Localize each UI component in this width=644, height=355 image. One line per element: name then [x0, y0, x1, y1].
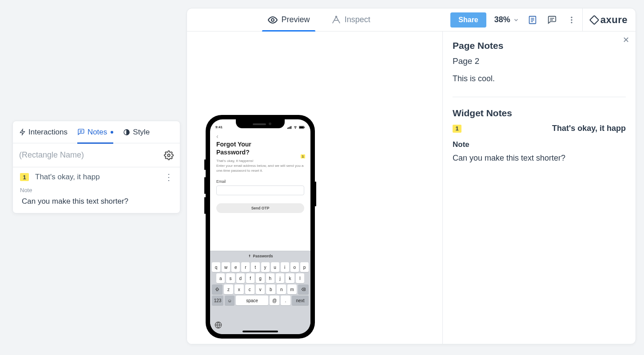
home-indicator	[242, 331, 278, 332]
numbers-key[interactable]: 123	[212, 296, 223, 305]
key-i[interactable]: i	[281, 262, 289, 272]
comments-icon[interactable]	[547, 15, 557, 25]
topbar-icon-group	[527, 15, 577, 25]
key-y[interactable]: y	[261, 262, 270, 272]
top-toolbar: Preview Inspect Share 38%	[187, 8, 636, 32]
key-j[interactable]: j	[276, 273, 284, 283]
key-k[interactable]: k	[286, 273, 294, 283]
space-key[interactable]: space	[236, 296, 268, 305]
tab-interactions[interactable]: Interactions	[19, 121, 68, 143]
key-h[interactable]: h	[266, 273, 274, 283]
note-badge: 1	[20, 173, 29, 181]
key-p[interactable]: p	[300, 262, 309, 272]
gear-icon[interactable]	[164, 150, 174, 160]
tab-notes[interactable]: Notes	[77, 121, 113, 143]
key-f[interactable]: f	[246, 273, 254, 283]
keyboard-row-1: qwertyuiop	[210, 262, 310, 272]
svg-point-9	[571, 19, 572, 20]
phone-volume-down	[204, 197, 206, 214]
lightning-icon	[19, 128, 26, 136]
tab-inspect-label: Inspect	[345, 15, 370, 24]
backspace-key[interactable]	[298, 284, 309, 294]
page-notes-icon[interactable]	[527, 15, 538, 25]
svg-rect-18	[304, 127, 305, 128]
axure-cloud-viewer: Preview Inspect Share 38%	[187, 8, 636, 344]
widget-name-input[interactable]	[19, 150, 164, 160]
svg-rect-14	[291, 126, 292, 129]
note-item-menu-icon[interactable]: ⋮	[164, 176, 173, 178]
tab-preview[interactable]: Preview	[267, 8, 310, 32]
widget-badge: 1	[453, 125, 461, 133]
annotation-badge[interactable]: 1	[301, 154, 305, 158]
svg-point-0	[271, 19, 274, 21]
key-r[interactable]: r	[241, 262, 250, 272]
key-t[interactable]: t	[251, 262, 259, 272]
key-b[interactable]: b	[266, 284, 275, 294]
widget-note-header[interactable]: 1 That's okay, it happ	[453, 124, 626, 133]
axure-logo-mark	[589, 15, 599, 25]
logo-slot: axure	[582, 8, 636, 32]
zoom-dropdown[interactable]: 38%	[494, 15, 519, 24]
key-o[interactable]: o	[290, 262, 299, 272]
emoji-key[interactable]: ☺	[225, 296, 235, 305]
key-m[interactable]: m	[287, 284, 297, 294]
screen-description: 1 That's okay, it happens! Enter your em…	[216, 159, 304, 173]
prototype-canvas[interactable]: 9:41 ‹ Forgot Your Password?	[187, 32, 442, 344]
battery-icon	[299, 126, 305, 129]
tab-inspect[interactable]: Inspect	[331, 8, 370, 32]
compass-icon	[331, 15, 341, 25]
key-c[interactable]: c	[245, 284, 254, 294]
axure-logo[interactable]: axure	[591, 14, 628, 26]
shift-key[interactable]	[212, 284, 223, 294]
key-w[interactable]: w	[222, 262, 230, 272]
svg-rect-17	[299, 126, 304, 128]
key-v[interactable]: v	[256, 284, 265, 294]
dot-key[interactable]: .	[281, 296, 290, 305]
note-label: Note	[453, 140, 626, 149]
note-kind-label: Note	[20, 187, 173, 193]
note-item-text[interactable]: Can you make this text shorter?	[20, 197, 173, 206]
widget-notes-heading: Widget Notes	[453, 108, 626, 118]
key-a[interactable]: a	[216, 273, 225, 283]
key-s[interactable]: s	[226, 273, 235, 283]
send-otp-button[interactable]: Send OTP	[216, 203, 304, 213]
svg-rect-11	[287, 128, 288, 129]
close-icon[interactable]: ✕	[623, 35, 629, 45]
keyboard-row-4: 123 ☺ space @ . next	[210, 294, 310, 305]
axure-logo-text: axure	[600, 14, 628, 26]
svg-point-19	[249, 255, 250, 256]
tab-style[interactable]: Style	[123, 121, 150, 143]
keyboard-suggestion-bar[interactable]: Passwords	[210, 251, 310, 261]
title-line1: Forgot Your	[216, 141, 251, 148]
widget-name-row	[13, 143, 180, 167]
key-u[interactable]: u	[271, 262, 279, 272]
key-q[interactable]: q	[212, 262, 220, 272]
phone-notch	[236, 119, 285, 128]
share-button[interactable]: Share	[450, 12, 486, 28]
description-text: That's okay, it happens! Enter your emai…	[216, 159, 304, 173]
page-notes-heading: Page Notes	[453, 40, 626, 51]
globe-key[interactable]	[215, 321, 222, 329]
chevron-down-icon	[513, 17, 519, 23]
at-key[interactable]: @	[270, 296, 279, 305]
next-key[interactable]: next	[292, 296, 309, 305]
page-note-body: This is cool.	[453, 74, 626, 83]
mode-tabs: Preview Inspect	[187, 8, 450, 32]
more-menu-icon[interactable]	[566, 15, 577, 25]
wifi-icon	[293, 126, 298, 129]
ios-keyboard: Passwords qwertyuiop asdfghjkl zxcvbnm	[210, 251, 310, 334]
page-name: Page 2	[453, 56, 626, 66]
tab-interactions-label: Interactions	[28, 128, 68, 137]
svg-rect-13	[290, 126, 290, 129]
key-l[interactable]: l	[296, 273, 304, 283]
back-chevron-icon[interactable]: ‹	[216, 133, 304, 140]
svg-point-15	[295, 128, 296, 129]
key-d[interactable]: d	[236, 273, 245, 283]
key-z[interactable]: z	[224, 284, 233, 294]
key-e[interactable]: e	[231, 262, 240, 272]
svg-point-30	[167, 154, 170, 157]
email-input[interactable]	[216, 185, 304, 195]
key-g[interactable]: g	[256, 273, 264, 283]
key-x[interactable]: x	[235, 284, 244, 294]
key-n[interactable]: n	[277, 284, 286, 294]
